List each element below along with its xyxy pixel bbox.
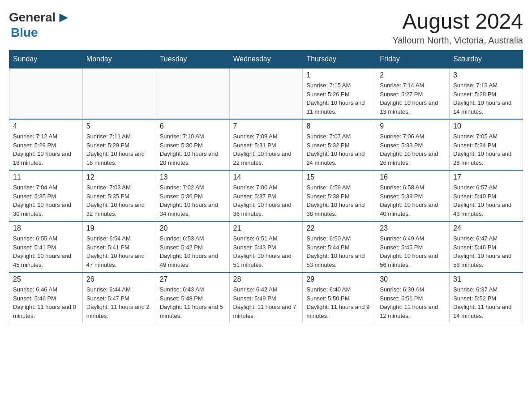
- day-cell: 19Sunrise: 6:54 AMSunset: 5:41 PMDayligh…: [82, 221, 156, 272]
- page-header: General ► Blue August 2024 Yallourn Nort…: [9, 9, 523, 46]
- day-info: Sunrise: 6:46 AMSunset: 5:46 PMDaylight:…: [13, 285, 79, 320]
- day-cell: [156, 68, 229, 119]
- day-info: Sunrise: 6:39 AMSunset: 5:51 PMDaylight:…: [380, 285, 446, 320]
- day-number: 6: [160, 122, 226, 130]
- day-cell: 20Sunrise: 6:53 AMSunset: 5:42 PMDayligh…: [156, 221, 229, 272]
- day-info: Sunrise: 6:53 AMSunset: 5:42 PMDaylight:…: [160, 234, 226, 269]
- col-monday: Monday: [82, 51, 156, 68]
- day-cell: 5Sunrise: 7:11 AMSunset: 5:29 PMDaylight…: [82, 119, 156, 170]
- day-number: 18: [13, 224, 79, 232]
- location-title: Yallourn North, Victoria, Australia: [392, 35, 523, 46]
- day-number: 5: [86, 122, 152, 130]
- day-number: 2: [380, 71, 446, 79]
- day-number: 30: [380, 275, 446, 283]
- day-cell: 9Sunrise: 7:06 AMSunset: 5:33 PMDaylight…: [376, 119, 450, 170]
- day-cell: 3Sunrise: 7:13 AMSunset: 5:28 PMDaylight…: [450, 68, 523, 119]
- day-info: Sunrise: 6:44 AMSunset: 5:47 PMDaylight:…: [86, 285, 152, 320]
- day-cell: 25Sunrise: 6:46 AMSunset: 5:46 PMDayligh…: [9, 272, 83, 323]
- day-number: 14: [233, 173, 299, 181]
- day-number: 26: [86, 275, 152, 283]
- day-number: 7: [233, 122, 299, 130]
- day-info: Sunrise: 6:47 AMSunset: 5:46 PMDaylight:…: [453, 234, 519, 269]
- day-info: Sunrise: 6:40 AMSunset: 5:50 PMDaylight:…: [306, 285, 372, 320]
- day-info: Sunrise: 7:02 AMSunset: 5:36 PMDaylight:…: [160, 183, 226, 218]
- week-row-2: 4Sunrise: 7:12 AMSunset: 5:29 PMDaylight…: [9, 119, 523, 170]
- month-title: August 2024: [392, 9, 523, 34]
- logo-general-text: General: [9, 10, 56, 25]
- logo-arrow-icon: ►: [56, 9, 71, 26]
- day-info: Sunrise: 7:10 AMSunset: 5:30 PMDaylight:…: [160, 132, 226, 167]
- day-cell: 24Sunrise: 6:47 AMSunset: 5:46 PMDayligh…: [450, 221, 523, 272]
- day-number: 16: [380, 173, 446, 181]
- day-number: 21: [233, 224, 299, 232]
- day-number: 20: [160, 224, 226, 232]
- day-info: Sunrise: 7:14 AMSunset: 5:27 PMDaylight:…: [380, 81, 446, 116]
- day-number: 13: [160, 173, 226, 181]
- day-info: Sunrise: 7:04 AMSunset: 5:35 PMDaylight:…: [13, 183, 79, 218]
- day-info: Sunrise: 6:55 AMSunset: 5:41 PMDaylight:…: [13, 234, 79, 269]
- day-number: 4: [13, 122, 79, 130]
- col-thursday: Thursday: [303, 51, 376, 68]
- day-number: 25: [13, 275, 79, 283]
- day-cell: 15Sunrise: 6:59 AMSunset: 5:38 PMDayligh…: [303, 170, 376, 221]
- day-info: Sunrise: 7:13 AMSunset: 5:28 PMDaylight:…: [453, 81, 519, 116]
- day-info: Sunrise: 7:00 AMSunset: 5:37 PMDaylight:…: [233, 183, 299, 218]
- day-info: Sunrise: 7:06 AMSunset: 5:33 PMDaylight:…: [380, 132, 446, 167]
- week-row-4: 18Sunrise: 6:55 AMSunset: 5:41 PMDayligh…: [9, 221, 523, 272]
- day-cell: 23Sunrise: 6:49 AMSunset: 5:45 PMDayligh…: [376, 221, 450, 272]
- day-info: Sunrise: 6:43 AMSunset: 5:48 PMDaylight:…: [160, 285, 226, 320]
- day-number: 31: [453, 275, 519, 283]
- day-cell: 21Sunrise: 6:51 AMSunset: 5:43 PMDayligh…: [229, 221, 303, 272]
- day-number: 19: [86, 224, 152, 232]
- day-cell: 10Sunrise: 7:05 AMSunset: 5:34 PMDayligh…: [450, 119, 523, 170]
- day-info: Sunrise: 7:05 AMSunset: 5:34 PMDaylight:…: [453, 132, 519, 167]
- day-cell: 29Sunrise: 6:40 AMSunset: 5:50 PMDayligh…: [303, 272, 376, 323]
- day-number: 12: [86, 173, 152, 181]
- day-cell: 30Sunrise: 6:39 AMSunset: 5:51 PMDayligh…: [376, 272, 450, 323]
- day-number: 9: [380, 122, 446, 130]
- day-info: Sunrise: 7:15 AMSunset: 5:26 PMDaylight:…: [306, 81, 372, 116]
- day-info: Sunrise: 6:51 AMSunset: 5:43 PMDaylight:…: [233, 234, 299, 269]
- week-row-5: 25Sunrise: 6:46 AMSunset: 5:46 PMDayligh…: [9, 272, 523, 323]
- day-number: 23: [380, 224, 446, 232]
- day-info: Sunrise: 7:07 AMSunset: 5:32 PMDaylight:…: [306, 132, 372, 167]
- day-cell: [82, 68, 156, 119]
- day-number: 15: [306, 173, 372, 181]
- title-block: August 2024 Yallourn North, Victoria, Au…: [392, 9, 523, 46]
- day-number: 11: [13, 173, 79, 181]
- col-friday: Friday: [376, 51, 450, 68]
- day-cell: 7Sunrise: 7:09 AMSunset: 5:31 PMDaylight…: [229, 119, 303, 170]
- day-cell: 13Sunrise: 7:02 AMSunset: 5:36 PMDayligh…: [156, 170, 229, 221]
- day-info: Sunrise: 6:37 AMSunset: 5:52 PMDaylight:…: [453, 285, 519, 320]
- day-cell: [9, 68, 83, 119]
- day-cell: 4Sunrise: 7:12 AMSunset: 5:29 PMDaylight…: [9, 119, 83, 170]
- day-info: Sunrise: 6:59 AMSunset: 5:38 PMDaylight:…: [306, 183, 372, 218]
- day-cell: 8Sunrise: 7:07 AMSunset: 5:32 PMDaylight…: [303, 119, 376, 170]
- week-row-3: 11Sunrise: 7:04 AMSunset: 5:35 PMDayligh…: [9, 170, 523, 221]
- day-number: 22: [306, 224, 372, 232]
- day-cell: 26Sunrise: 6:44 AMSunset: 5:47 PMDayligh…: [82, 272, 156, 323]
- col-wednesday: Wednesday: [229, 51, 303, 68]
- day-info: Sunrise: 6:50 AMSunset: 5:44 PMDaylight:…: [306, 234, 372, 269]
- day-info: Sunrise: 7:03 AMSunset: 5:35 PMDaylight:…: [86, 183, 152, 218]
- day-cell: 2Sunrise: 7:14 AMSunset: 5:27 PMDaylight…: [376, 68, 450, 119]
- col-sunday: Sunday: [9, 51, 83, 68]
- logo-blue-text: Blue: [11, 26, 38, 39]
- day-cell: 14Sunrise: 7:00 AMSunset: 5:37 PMDayligh…: [229, 170, 303, 221]
- day-info: Sunrise: 7:09 AMSunset: 5:31 PMDaylight:…: [233, 132, 299, 167]
- day-cell: 28Sunrise: 6:42 AMSunset: 5:49 PMDayligh…: [229, 272, 303, 323]
- day-info: Sunrise: 6:58 AMSunset: 5:39 PMDaylight:…: [380, 183, 446, 218]
- day-cell: 18Sunrise: 6:55 AMSunset: 5:41 PMDayligh…: [9, 221, 83, 272]
- day-number: 1: [306, 71, 372, 79]
- day-number: 8: [306, 122, 372, 130]
- day-cell: 6Sunrise: 7:10 AMSunset: 5:30 PMDaylight…: [156, 119, 229, 170]
- day-cell: 31Sunrise: 6:37 AMSunset: 5:52 PMDayligh…: [450, 272, 523, 323]
- calendar-table: Sunday Monday Tuesday Wednesday Thursday…: [9, 50, 523, 323]
- day-info: Sunrise: 6:42 AMSunset: 5:49 PMDaylight:…: [233, 285, 299, 320]
- week-row-1: 1Sunrise: 7:15 AMSunset: 5:26 PMDaylight…: [9, 68, 523, 119]
- day-number: 10: [453, 122, 519, 130]
- day-number: 28: [233, 275, 299, 283]
- day-cell: 17Sunrise: 6:57 AMSunset: 5:40 PMDayligh…: [450, 170, 523, 221]
- day-info: Sunrise: 7:11 AMSunset: 5:29 PMDaylight:…: [86, 132, 152, 167]
- col-tuesday: Tuesday: [156, 51, 229, 68]
